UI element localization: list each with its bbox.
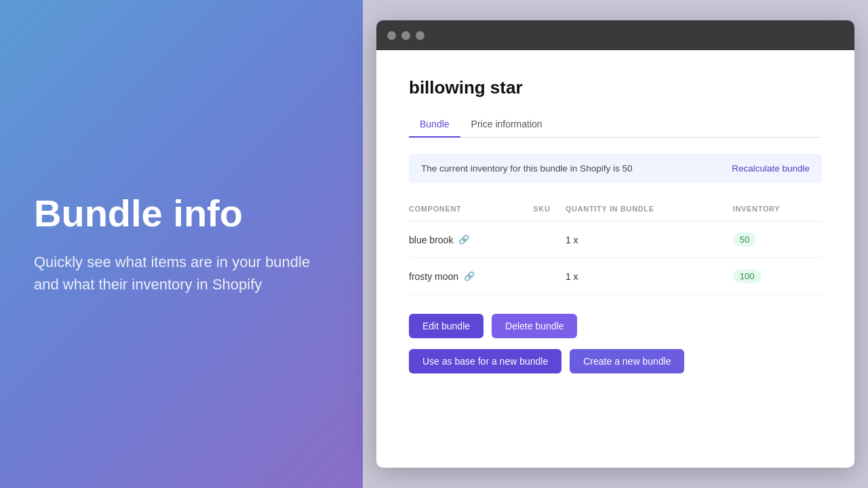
action-row: Edit bundle Delete bundle (409, 314, 822, 338)
delete-bundle-button[interactable]: Delete bundle (492, 314, 577, 338)
hero-title: Bundle info (34, 192, 329, 235)
info-banner: The current inventory for this bundle in… (409, 154, 822, 183)
window-minimize-btn[interactable] (401, 31, 410, 40)
quantity-cell: 1 x (566, 258, 733, 295)
component-name-text: blue brook (409, 235, 453, 245)
right-panel: billowing star Bundle Price information … (363, 0, 868, 488)
create-new-bundle-button[interactable]: Create a new bundle (570, 349, 684, 373)
component-link-icon[interactable]: 🔗 (464, 271, 475, 281)
component-link-icon[interactable]: 🔗 (458, 235, 469, 245)
info-banner-text: The current inventory for this bundle in… (421, 163, 632, 174)
left-panel: Bundle info Quickly see what items are i… (0, 0, 363, 488)
inventory-badge: 100 (733, 269, 762, 283)
app-title: billowing star (409, 77, 822, 98)
tabs-container: Bundle Price information (409, 112, 822, 138)
quantity-cell: 1 x (566, 222, 733, 258)
col-header-sku: SKU (533, 199, 566, 222)
secondary-action-row: Use as base for a new bundle Create a ne… (409, 349, 822, 373)
browser-window: billowing star Bundle Price information … (376, 20, 854, 468)
edit-bundle-button[interactable]: Edit bundle (409, 314, 484, 338)
hero-description: Quickly see what items are in your bundl… (34, 251, 329, 296)
component-cell: blue brook🔗 (409, 222, 533, 258)
use-as-base-button[interactable]: Use as base for a new bundle (409, 349, 561, 373)
recalculate-link[interactable]: Recalculate bundle (732, 163, 810, 174)
col-header-inventory: Inventory (733, 199, 822, 222)
inventory-badge: 50 (733, 232, 756, 247)
inventory-cell: 50 (733, 222, 822, 258)
component-name-text: frosty moon (409, 271, 458, 282)
sku-cell (533, 222, 566, 258)
tab-bundle[interactable]: Bundle (409, 112, 460, 138)
tab-price-information[interactable]: Price information (460, 112, 553, 138)
table-row: blue brook🔗1 x50 (409, 222, 822, 258)
col-header-component: Component (409, 199, 533, 222)
component-cell: frosty moon🔗 (409, 258, 533, 295)
sku-cell (533, 258, 566, 295)
bundle-table: Component SKU Quantity in Bundle Invento… (409, 199, 822, 295)
window-close-btn[interactable] (387, 31, 396, 40)
browser-titlebar (376, 20, 854, 50)
inventory-cell: 100 (733, 258, 822, 295)
window-maximize-btn[interactable] (416, 31, 425, 40)
col-header-quantity: Quantity in Bundle (566, 199, 733, 222)
browser-content: billowing star Bundle Price information … (376, 50, 854, 468)
table-row: frosty moon🔗1 x100 (409, 258, 822, 295)
